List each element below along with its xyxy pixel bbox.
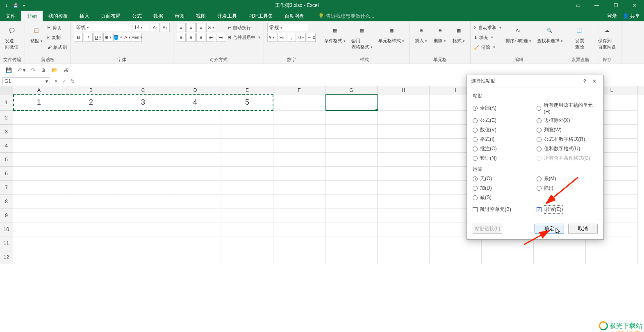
decrease-font-icon[interactable]: A↓ <box>161 23 170 32</box>
cell[interactable] <box>378 111 430 125</box>
cell[interactable] <box>273 250 325 264</box>
close-window-icon[interactable]: ✕ <box>625 0 644 11</box>
tab-file[interactable]: 文件 <box>0 11 21 21</box>
cell[interactable] <box>325 195 378 208</box>
cell[interactable] <box>169 250 221 264</box>
autosave-icon[interactable]: ⤓ <box>5 3 8 8</box>
cell[interactable] <box>378 153 430 167</box>
qat-undo-icon[interactable]: ↶ ▾ <box>18 67 25 73</box>
cell[interactable] <box>169 139 221 153</box>
align-left-icon[interactable]: ≡ <box>177 33 186 42</box>
tell-me-input[interactable]: 💡告诉我您想要做什么... <box>318 13 374 20</box>
delete-cell-button[interactable]: ⊖删除 <box>432 23 448 45</box>
opt-formula-num[interactable]: 公式和数字格式(R) <box>537 136 598 143</box>
cell[interactable] <box>13 208 65 222</box>
tab-pdf[interactable]: PDF工具集 <box>243 11 279 21</box>
cell[interactable] <box>273 222 325 236</box>
underline-button[interactable]: U <box>93 33 102 42</box>
cell[interactable] <box>65 208 117 222</box>
cell[interactable] <box>378 181 430 195</box>
formula-cancel-icon[interactable]: ✕ <box>54 78 58 84</box>
fx-icon[interactable]: fx <box>71 78 74 84</box>
comma-icon[interactable]: , <box>287 33 296 42</box>
tab-home[interactable]: 开始 <box>21 11 43 21</box>
phonetic-button[interactable]: wén <box>133 33 142 42</box>
cell[interactable] <box>378 94 430 111</box>
qat-save-icon[interactable]: 💾 <box>6 67 12 73</box>
cell[interactable] <box>13 250 65 264</box>
orientation-icon[interactable]: ⤨ <box>206 23 215 32</box>
opt-all[interactable]: 全部(A) <box>473 102 534 114</box>
paste-button[interactable]: 📋 粘贴 <box>28 23 45 45</box>
row-header[interactable]: 10 <box>0 222 13 236</box>
cell[interactable] <box>325 181 378 195</box>
find-select-button[interactable]: 🔍查找和选择 <box>535 23 564 45</box>
cell[interactable] <box>13 153 65 167</box>
cell[interactable] <box>117 111 169 125</box>
tab-view[interactable]: 视图 <box>190 11 212 21</box>
col-header[interactable]: F <box>273 86 325 94</box>
indent-inc-icon[interactable]: ⇥ <box>216 33 225 42</box>
cell[interactable] <box>169 181 221 195</box>
cell[interactable] <box>169 125 221 139</box>
cancel-button[interactable]: 取消 <box>568 224 598 234</box>
cell[interactable] <box>117 195 169 208</box>
cell[interactable] <box>430 250 482 264</box>
cell[interactable] <box>325 94 378 111</box>
row-header[interactable]: 11 <box>0 236 13 250</box>
format-painter-button[interactable]: 🖌 格式刷 <box>47 43 67 52</box>
cut-button[interactable]: ✂ 剪切 <box>47 23 67 32</box>
cell[interactable] <box>221 222 273 236</box>
col-header[interactable]: E <box>221 86 273 94</box>
conditional-format-button[interactable]: ▦条件格式 <box>323 23 347 45</box>
col-header[interactable]: G <box>325 86 378 94</box>
cell[interactable] <box>273 208 325 222</box>
cell[interactable] <box>221 153 273 167</box>
opt-colwidth[interactable]: 列宽(W) <box>537 126 598 133</box>
row-header[interactable]: 1 <box>0 94 13 111</box>
cell[interactable] <box>325 222 378 236</box>
opt-formula[interactable]: 公式(E) <box>473 117 534 124</box>
login-link[interactable]: 登录 <box>607 13 617 20</box>
op-add[interactable]: 加(D) <box>473 185 534 192</box>
insert-cell-button[interactable]: ⊕插入 <box>413 23 429 45</box>
font-size-select[interactable]: 14 <box>132 23 150 32</box>
cell[interactable] <box>221 111 273 125</box>
invoice-button[interactable]: 🧾发票 查验 <box>571 23 588 51</box>
align-top-icon[interactable]: ≡ <box>177 23 186 32</box>
ok-button[interactable]: 确定 <box>535 224 564 234</box>
cell[interactable] <box>65 181 117 195</box>
cell[interactable] <box>378 222 430 236</box>
sort-filter-button[interactable]: A↓排序和筛选 <box>504 23 533 45</box>
opt-noborder[interactable]: 边框除外(X) <box>537 117 598 124</box>
tab-baidu[interactable]: 百度网盘 <box>279 11 310 21</box>
cell[interactable] <box>273 195 325 208</box>
cell[interactable] <box>169 153 221 167</box>
cell[interactable] <box>378 208 430 222</box>
cell[interactable] <box>378 236 430 250</box>
name-box[interactable]: G1▾ <box>2 77 50 85</box>
align-right-icon[interactable]: ≡ <box>196 33 205 42</box>
ribbon-display-icon[interactable]: ▭ <box>569 0 587 11</box>
inc-decimal-icon[interactable]: .0→ <box>297 33 306 42</box>
col-header[interactable]: A <box>13 86 65 94</box>
opt-theme[interactable]: 所有使用源主题的单元(H) <box>537 102 598 114</box>
font-name-select[interactable]: 等线 <box>74 23 131 32</box>
cell[interactable] <box>221 181 273 195</box>
cell[interactable] <box>273 139 325 153</box>
cell[interactable] <box>273 181 325 195</box>
cell[interactable]: 3 <box>117 94 169 111</box>
qat-print-icon[interactable]: 🖨 <box>64 67 68 73</box>
cell[interactable] <box>13 222 65 236</box>
cell[interactable] <box>117 139 169 153</box>
cell[interactable] <box>13 195 65 208</box>
save-icon[interactable]: 💾 <box>13 3 18 8</box>
cell[interactable] <box>378 139 430 153</box>
cell[interactable]: 1 <box>13 94 65 111</box>
italic-button[interactable]: I <box>84 33 93 42</box>
row-header[interactable]: 3 <box>0 125 13 139</box>
cell[interactable] <box>221 167 273 181</box>
tab-formula[interactable]: 公式 <box>126 11 148 21</box>
font-color-button[interactable]: A <box>123 33 132 42</box>
cell[interactable] <box>534 250 586 264</box>
